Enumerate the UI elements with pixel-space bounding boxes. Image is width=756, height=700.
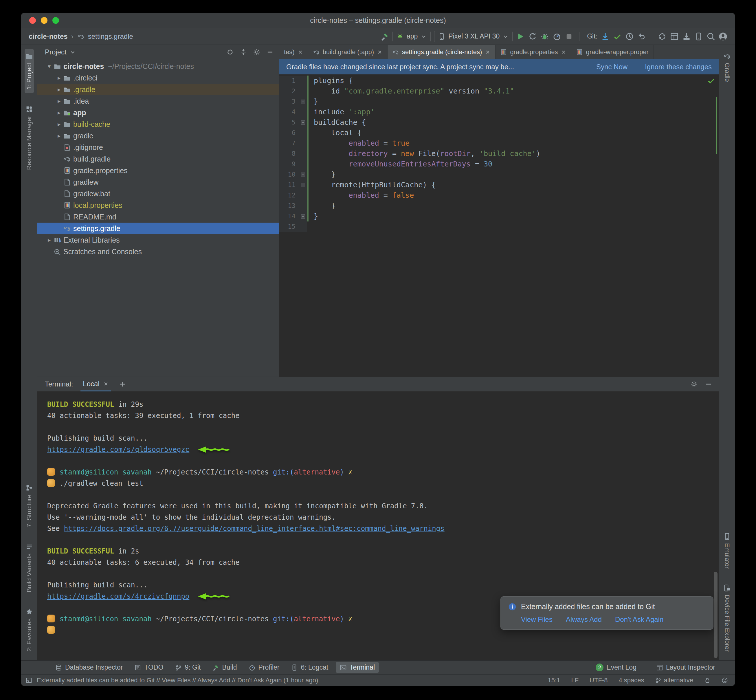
tree-item-circleci[interactable]: ▸.circleci bbox=[37, 72, 279, 84]
tree-item-gradle[interactable]: ▸.gradle bbox=[37, 84, 279, 95]
close-tab-icon[interactable] bbox=[377, 49, 383, 55]
tree-item-idea[interactable]: ▸.idea bbox=[37, 95, 279, 107]
profile-button[interactable] bbox=[553, 32, 561, 41]
editor-tab-settings-gradle-circle-notes[interactable]: settings.gradle (circle-notes) bbox=[387, 45, 495, 59]
collapse-arrow-icon[interactable]: ▸ bbox=[55, 98, 63, 105]
tree-item-settings-gradle[interactable]: settings.gradle bbox=[37, 223, 279, 234]
stripe-tab-2-favorites[interactable]: 2: Favorites bbox=[25, 605, 34, 655]
run-button[interactable] bbox=[516, 32, 525, 41]
project-panel-title[interactable]: Project bbox=[45, 48, 67, 56]
stripe-tab-1-project[interactable]: 1: Project bbox=[25, 49, 34, 93]
settings-gear-icon[interactable] bbox=[253, 48, 261, 56]
toolwindow-toggle-icon[interactable] bbox=[26, 677, 32, 683]
fold-marker-icon[interactable] bbox=[301, 120, 305, 125]
terminal-tab-local[interactable]: Local bbox=[80, 377, 111, 391]
breadcrumb-file[interactable]: settings.gradle bbox=[88, 33, 133, 41]
tree-item-gitignore[interactable]: .gitignore bbox=[37, 142, 279, 153]
inspections-ok-icon[interactable] bbox=[707, 77, 715, 85]
close-tab-icon[interactable] bbox=[103, 381, 109, 387]
build-project-button[interactable] bbox=[380, 32, 389, 41]
hide-panel-icon[interactable] bbox=[266, 48, 274, 56]
hide-terminal-icon[interactable] bbox=[705, 380, 712, 388]
git-history-button[interactable] bbox=[625, 32, 634, 41]
status-item-alternative[interactable]: alternative bbox=[655, 677, 693, 684]
search-everywhere-button[interactable] bbox=[706, 32, 715, 41]
status-item-write-access[interactable] bbox=[704, 677, 711, 683]
tree-item-gradle[interactable]: ▸gradle bbox=[37, 130, 279, 142]
tree-item-build-cache[interactable]: ▸build-cache bbox=[37, 119, 279, 130]
tree-item-local-properties[interactable]: local.properties bbox=[37, 200, 279, 211]
toolwindow-button-event-log[interactable]: 2Event Log bbox=[592, 662, 640, 673]
breadcrumb-project[interactable]: circle-notes bbox=[29, 33, 68, 41]
terminal-output[interactable]: BUILD SUCCESSFUL in 29s40 actionable tas… bbox=[37, 391, 719, 660]
editor-tab-gradle-wrapper-proper[interactable]: gradle-wrapper.proper bbox=[571, 45, 653, 59]
expand-arrow-icon[interactable]: ▾ bbox=[45, 63, 53, 70]
terminal-link[interactable]: https://gradle.com/s/qldsoqr5vegzc bbox=[47, 445, 189, 454]
toolwindow-button-terminal[interactable]: Terminal bbox=[336, 662, 379, 673]
device-select[interactable]: Pixel 3 XL API 30 bbox=[434, 31, 512, 42]
debug-button[interactable] bbox=[540, 32, 549, 41]
avd-manager-button[interactable] bbox=[694, 32, 703, 41]
editor-tab-gradle-properties[interactable]: gradle.properties bbox=[495, 45, 571, 59]
tree-item-external-libraries[interactable]: ▸External Libraries bbox=[37, 234, 279, 246]
terminal-link[interactable]: https://docs.gradle.org/6.7/userguide/co… bbox=[64, 525, 445, 533]
tree-item-scratches-and-consoles[interactable]: Scratches and Consoles bbox=[37, 246, 279, 257]
collapse-arrow-icon[interactable]: ▸ bbox=[55, 74, 63, 81]
tree-item-gradlew-bat[interactable]: gradlew.bat bbox=[37, 188, 279, 200]
ignore-changes-link[interactable]: Ignore these changes bbox=[645, 63, 712, 71]
tree-item-readme-md[interactable]: README.md bbox=[37, 211, 279, 223]
select-opened-file-icon[interactable] bbox=[226, 48, 234, 56]
zoom-window-button[interactable] bbox=[52, 17, 59, 24]
fold-marker-icon[interactable] bbox=[301, 183, 305, 187]
minimize-window-button[interactable] bbox=[41, 17, 47, 24]
toolwindow-button-build[interactable]: Build bbox=[208, 662, 241, 673]
git-update-button[interactable] bbox=[601, 32, 609, 41]
stripe-tab-build-variants[interactable]: Build Variants bbox=[25, 540, 34, 596]
hidden-tabs-icon[interactable] bbox=[711, 45, 719, 52]
collapse-arrow-icon[interactable]: ▸ bbox=[55, 121, 63, 128]
fold-marker-icon[interactable] bbox=[301, 100, 305, 104]
status-item-ide-status[interactable] bbox=[722, 677, 728, 683]
editor-tab-build-gradle-app[interactable]: build.gradle (:app) bbox=[308, 45, 387, 59]
fold-marker-icon[interactable] bbox=[301, 214, 305, 219]
stripe-tab-device-file-explorer[interactable]: Device File Explorer bbox=[722, 581, 732, 655]
stripe-tab-gradle[interactable]: Gradle bbox=[722, 49, 732, 85]
close-window-button[interactable] bbox=[29, 17, 36, 24]
code-editor[interactable]: 1plugins {2 id "com.gradle.enterprise" v… bbox=[279, 74, 719, 377]
stripe-tab-resource-manager[interactable]: Resource Manager bbox=[25, 102, 34, 173]
tree-item-gradlew[interactable]: gradlew bbox=[37, 176, 279, 188]
run-configuration-select[interactable]: app bbox=[392, 31, 431, 42]
collapse-arrow-icon[interactable]: ▸ bbox=[45, 236, 53, 244]
tree-item-app[interactable]: ▸app bbox=[37, 107, 279, 119]
toolwindow-button-6-logcat[interactable]: 6: Logcat bbox=[287, 662, 332, 673]
dont-ask-again-link[interactable]: Don't Ask Again bbox=[615, 616, 663, 623]
tree-item-gradle-properties[interactable]: gradle.properties bbox=[37, 165, 279, 176]
fold-marker-icon[interactable] bbox=[301, 173, 305, 177]
terminal-settings-icon[interactable] bbox=[690, 380, 698, 388]
stripe-tab-emulator[interactable]: Emulator bbox=[722, 529, 732, 572]
terminal-scrollbar[interactable] bbox=[714, 572, 717, 658]
terminal-link[interactable]: https://gradle.com/s/4rczivcfqnnpo bbox=[47, 592, 189, 600]
sdk-manager-button[interactable] bbox=[682, 32, 691, 41]
toolwindow-button-layout-inspector[interactable]: Layout Inspector bbox=[652, 662, 719, 673]
status-item-15-1[interactable]: 15:1 bbox=[548, 677, 560, 684]
git-rollback-button[interactable] bbox=[637, 32, 646, 41]
editor-tab-tes[interactable]: tes) bbox=[279, 45, 308, 59]
close-tab-icon[interactable] bbox=[561, 49, 566, 55]
close-tab-icon[interactable] bbox=[298, 49, 303, 55]
gradle-sync-button[interactable] bbox=[658, 32, 667, 41]
apply-changes-button[interactable] bbox=[528, 32, 537, 41]
new-terminal-session-icon[interactable] bbox=[119, 380, 126, 388]
toolwindow-button-database-inspector[interactable]: Database Inspector bbox=[51, 662, 127, 673]
always-add-link[interactable]: Always Add bbox=[566, 616, 602, 623]
collapse-arrow-icon[interactable]: ▸ bbox=[55, 132, 63, 139]
collapse-arrow-icon[interactable]: ▸ bbox=[55, 86, 63, 93]
collapse-arrow-icon[interactable]: ▸ bbox=[55, 109, 63, 116]
status-item-4-spaces[interactable]: 4 spaces bbox=[619, 677, 644, 684]
status-item-lf[interactable]: LF bbox=[571, 677, 579, 684]
project-structure-button[interactable] bbox=[670, 32, 679, 41]
sync-now-link[interactable]: Sync Now bbox=[596, 63, 628, 71]
tree-item-build-gradle[interactable]: build.gradle bbox=[37, 153, 279, 165]
close-tab-icon[interactable] bbox=[485, 49, 490, 55]
toolwindow-button-9-git[interactable]: 9: Git bbox=[171, 662, 205, 673]
